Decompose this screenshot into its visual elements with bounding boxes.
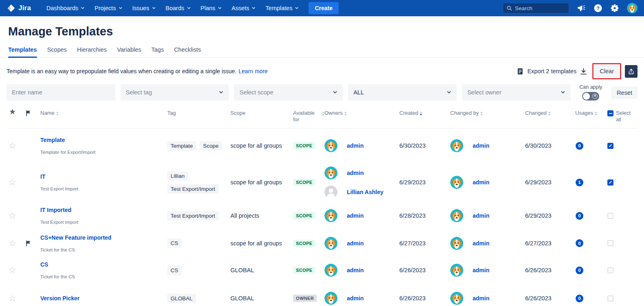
name-filter-input[interactable] [12, 89, 110, 96]
settings-gear-icon[interactable] [610, 4, 619, 13]
owner-link[interactable]: admin [347, 240, 364, 247]
favorite-star-icon[interactable]: ☆ [7, 238, 16, 248]
announcements-megaphone-icon[interactable] [577, 4, 586, 13]
template-description: Ticket for the CS [40, 274, 75, 279]
search-input[interactable] [515, 5, 565, 11]
template-name-link[interactable]: IT Imported [40, 207, 71, 213]
chevron-down-icon [295, 6, 299, 10]
nav-projects[interactable]: Projects [90, 0, 127, 16]
row-checkbox[interactable] [607, 143, 613, 149]
header-scope: Scope [230, 110, 293, 123]
header-created[interactable]: Created [399, 110, 450, 123]
owner-link[interactable]: admin [347, 267, 364, 273]
flag-column-icon[interactable] [25, 110, 32, 116]
favorite-star-icon[interactable]: ☆ [7, 265, 16, 275]
select-all-checkbox[interactable] [607, 110, 613, 116]
template-name-link[interactable]: CS+New Feature imported [40, 234, 112, 241]
owner-link[interactable]: admin [347, 212, 364, 219]
global-search[interactable] [503, 3, 569, 13]
download-icon[interactable] [580, 68, 587, 75]
tab-variables[interactable]: Variables [117, 46, 141, 57]
template-name-link[interactable]: CS [40, 261, 48, 268]
template-description: Template for Export/Import [40, 150, 96, 155]
nav-templates[interactable]: Templates [261, 0, 304, 16]
favorite-star-icon[interactable]: ☆ [7, 177, 16, 187]
table-row: ☆ CS+New Feature imported Ticket for the… [7, 230, 637, 257]
nav-boards[interactable]: Boards [161, 0, 196, 16]
changed-date: 6/27/2023 [525, 240, 552, 247]
jira-brand[interactable]: Jira [7, 4, 31, 13]
dog-avatar-icon [324, 139, 337, 152]
search-icon [506, 5, 512, 11]
tag-filter-select[interactable]: Select tag [120, 84, 229, 101]
favorite-star-icon[interactable]: ☆ [7, 141, 16, 151]
template-name-link[interactable]: Template [40, 137, 65, 143]
header-tag: Tag [167, 110, 230, 123]
create-button[interactable]: Create [309, 2, 339, 14]
changed-date: 6/29/2023 [525, 179, 552, 186]
export-templates-button[interactable]: Export 2 templates [527, 68, 576, 74]
scope-text: scope for all groups [230, 240, 282, 247]
name-filter[interactable] [7, 84, 115, 101]
dog-avatar-icon [450, 139, 463, 152]
favorite-star-icon[interactable]: ☆ [7, 293, 16, 303]
top-navbar: Jira Dashboards Projects Issues Boards P… [0, 0, 644, 16]
header-name[interactable]: Name [40, 110, 167, 123]
row-checkbox[interactable] [607, 213, 613, 219]
header-owners[interactable]: Owners [324, 110, 399, 123]
dog-avatar-icon [450, 292, 463, 305]
changed-by-link[interactable]: admin [473, 267, 489, 273]
row-checkbox[interactable] [607, 240, 613, 246]
clear-button[interactable]: Clear [594, 65, 619, 77]
nav-issues[interactable]: Issues [127, 0, 161, 16]
tab-checklists[interactable]: Checklists [174, 46, 201, 57]
help-icon[interactable] [594, 4, 602, 13]
scope-text: scope for all groups [230, 179, 282, 186]
row-checkbox[interactable] [607, 179, 613, 186]
tab-hierarchies[interactable]: Hierarchies [77, 46, 107, 57]
usages-badge: 0 [576, 142, 583, 150]
template-name-link[interactable]: Version Picker [40, 295, 80, 302]
changed-by-link[interactable]: admin [473, 240, 489, 247]
favorite-column-star-icon[interactable]: ★ [7, 109, 16, 115]
changed-by-link[interactable]: admin [473, 179, 489, 186]
import-share-button[interactable] [625, 65, 637, 78]
flag-icon[interactable] [25, 240, 32, 247]
template-name-link[interactable]: IT [40, 173, 45, 180]
header-changed[interactable]: Changed [525, 110, 575, 123]
filter-bar: Select tag Select scope ALL Select owner… [7, 84, 637, 101]
tab-scopes[interactable]: Scopes [47, 46, 67, 57]
page-description: Template is an easy way to prepopulate f… [7, 68, 237, 74]
sort-icon [548, 111, 551, 116]
tag-chip: Test Export/Import [167, 211, 219, 221]
favorite-star-icon[interactable]: ☆ [7, 211, 16, 221]
learn-more-link[interactable]: Learn more [239, 68, 268, 74]
header-changed-by[interactable]: Changed by [450, 110, 525, 123]
scope-filter-select[interactable]: Select scope [234, 84, 343, 101]
header-usages[interactable]: Usages [575, 110, 607, 123]
changed-by-link[interactable]: admin [473, 212, 489, 219]
nav-dashboards[interactable]: Dashboards [42, 0, 90, 16]
user-avatar[interactable] [627, 3, 637, 13]
owner-link[interactable]: admin [347, 170, 364, 176]
type-filter-select[interactable]: ALL [348, 84, 457, 101]
sort-desc-icon [420, 111, 422, 116]
tag-chip: Template [167, 141, 196, 151]
nav-plans[interactable]: Plans [196, 0, 227, 16]
owner-link[interactable]: Lillian Ashley [347, 189, 383, 195]
tab-tags[interactable]: Tags [151, 46, 164, 57]
can-apply-toggle[interactable]: ✕ [582, 92, 599, 101]
row-checkbox[interactable] [607, 295, 613, 302]
reset-button[interactable]: Reset [611, 87, 637, 99]
owner-filter-select[interactable]: Select owner [462, 84, 571, 101]
table-row: ☆ CS Ticket for the CS CS GLOBAL SCOPE a… [7, 257, 637, 284]
nav-assets[interactable]: Assets [227, 0, 261, 16]
changed-by-link[interactable]: admin [473, 295, 489, 302]
chevron-down-icon [81, 6, 85, 10]
row-checkbox[interactable] [607, 267, 613, 273]
owner-link[interactable]: admin [347, 295, 364, 302]
changed-by-link[interactable]: admin [473, 142, 489, 149]
tab-templates[interactable]: Templates [8, 46, 37, 57]
owner-link[interactable]: admin [347, 142, 364, 149]
header-available-for[interactable]: Available for [293, 110, 324, 123]
